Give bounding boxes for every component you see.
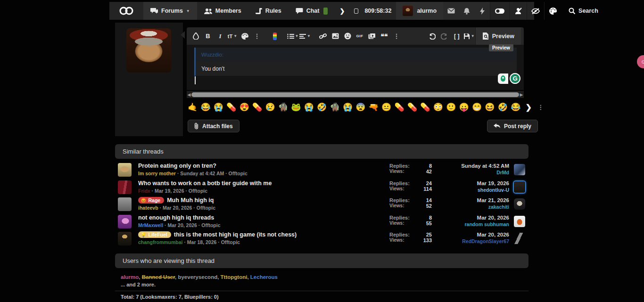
nav-user-menu[interactable]: alurmo xyxy=(396,2,443,20)
emoji-next-button[interactable]: ❯ xyxy=(526,103,532,112)
thread-title-link[interactable]: this is the most high iq game (its not c… xyxy=(174,231,297,238)
scroll-right-arrow[interactable]: ▶ xyxy=(519,92,524,97)
thread-author-avatar[interactable] xyxy=(118,232,132,245)
grammarly-suggestion-icon[interactable] xyxy=(498,73,508,84)
emoji-button[interactable]: 😭 xyxy=(343,103,353,111)
bold-button[interactable]: B xyxy=(202,30,214,43)
alerts-button[interactable] xyxy=(459,2,474,20)
insert-gif-button[interactable]: GIF xyxy=(354,30,366,43)
thread-author-avatar[interactable] xyxy=(118,163,132,177)
nav-item-members[interactable]: Members xyxy=(197,2,248,20)
emoji-button[interactable]: 😐 xyxy=(381,103,391,111)
scrollbar-track[interactable] xyxy=(191,92,519,97)
viewer-user-link[interactable]: alurmo xyxy=(121,274,139,280)
emoji-button[interactable]: 🤙 xyxy=(188,103,198,111)
emoji-button[interactable]: 🐸 xyxy=(291,103,301,111)
thread-title-link[interactable]: Who wants to work on a botb tier guide w… xyxy=(138,180,272,187)
last-post-user-avatar[interactable] xyxy=(514,181,525,193)
search-button[interactable]: Search xyxy=(561,2,605,20)
thread-author-avatar[interactable] xyxy=(118,180,132,194)
emoji-button[interactable]: 😳 xyxy=(433,103,443,111)
insert-smilie-button[interactable] xyxy=(341,30,354,43)
nav-item-rules[interactable]: Rules xyxy=(248,2,289,20)
emoji-button[interactable]: 😁 xyxy=(472,103,482,111)
viewer-user-link[interactable]: Lecherous xyxy=(250,274,278,280)
ignore-users-button[interactable] xyxy=(510,2,527,20)
viewer-user-link[interactable]: Tttopgtoni xyxy=(221,274,248,280)
rainbow-text-button[interactable] xyxy=(269,30,281,43)
floating-widget-button[interactable]: ☺ xyxy=(637,55,644,68)
quote-block[interactable]: Wuzzdio: You don't xyxy=(194,48,517,76)
more-insert-options-button[interactable]: ⋮ xyxy=(390,30,403,43)
thread-prefix-badge[interactable]: 😡Rage xyxy=(138,197,164,204)
thread-author-avatar[interactable] xyxy=(118,215,132,229)
thread-prefix-badge[interactable]: 💡LifeFuel xyxy=(138,231,171,238)
last-post-user-avatar[interactable] xyxy=(514,164,525,175)
insert-media-button[interactable] xyxy=(366,30,378,43)
emoji-button[interactable]: 💊 xyxy=(252,103,262,111)
last-post-user-link[interactable]: DrMd xyxy=(445,170,509,175)
thread-author-link[interactable]: Fridx xyxy=(138,188,150,194)
emoji-button[interactable]: 😨 xyxy=(355,103,365,111)
insert-quote-button[interactable]: ❝❝ xyxy=(378,30,390,43)
emoji-button[interactable]: 😛 xyxy=(459,103,469,111)
site-logo[interactable] xyxy=(109,2,143,20)
emoji-button[interactable]: 🧌 xyxy=(278,103,288,111)
thread-author-link[interactable]: changfrommumbai xyxy=(138,239,183,245)
emoji-button[interactable]: 🤣 xyxy=(317,103,327,111)
text-color-button[interactable] xyxy=(239,30,251,43)
more-format-options-button[interactable]: ⋮ xyxy=(251,30,263,43)
emoji-button[interactable]: 😭 xyxy=(304,103,314,111)
nav-expand-chevron[interactable]: ❯ xyxy=(335,2,349,20)
style-chooser-button[interactable] xyxy=(545,2,561,20)
scroll-left-arrow[interactable]: ◀ xyxy=(187,92,191,97)
emoji-button[interactable]: 🙂 xyxy=(446,103,456,111)
emoji-button[interactable]: 😂 xyxy=(200,103,210,111)
last-post-user-avatar[interactable] xyxy=(514,216,525,227)
emoji-button[interactable]: 💊 xyxy=(407,103,417,111)
nav-item-forums[interactable]: Forums ▼ xyxy=(143,2,197,20)
thread-title-link[interactable]: Protein eating only on tren? xyxy=(138,163,216,169)
last-post-user-link[interactable]: random subhuman xyxy=(445,221,509,227)
emoji-button[interactable]: 😢 xyxy=(265,103,275,111)
undo-button[interactable] xyxy=(426,30,438,43)
emoji-button[interactable]: 🤣 xyxy=(498,103,508,111)
hide-content-button[interactable] xyxy=(527,2,544,20)
last-post-user-avatar[interactable] xyxy=(514,198,525,210)
post-reply-button[interactable]: Post reply xyxy=(487,120,538,132)
font-size-button[interactable]: tT▼ xyxy=(226,30,239,43)
thread-title-link[interactable]: not enough high iq threads xyxy=(138,214,214,221)
remove-format-button[interactable] xyxy=(190,30,202,43)
last-post-user-avatar[interactable] xyxy=(514,233,525,244)
insert-image-button[interactable] xyxy=(329,30,341,43)
emoji-button[interactable]: 😍 xyxy=(239,103,249,111)
emoji-menu-button[interactable]: ⋮ xyxy=(537,104,544,111)
grammarly-widget[interactable]: G xyxy=(498,73,520,84)
emoji-button[interactable]: 💊 xyxy=(395,103,405,111)
scrollbar-thumb[interactable] xyxy=(191,92,519,97)
thread-forum-link[interactable]: Offtopic xyxy=(197,205,215,211)
drafts-button[interactable]: ▼ xyxy=(463,30,475,43)
thread-author-link[interactable]: MrMaxwell xyxy=(138,222,163,228)
emoji-button[interactable]: 😆 xyxy=(485,103,495,111)
last-post-user-link[interactable]: RedDragonSlayer67 xyxy=(445,238,509,244)
thread-author-link[interactable]: Im sorry mother xyxy=(138,171,176,176)
nav-item-chat[interactable]: Chat xyxy=(289,2,335,20)
thread-forum-link[interactable]: Offtopic xyxy=(201,222,220,228)
emoji-button[interactable]: 😭 xyxy=(214,103,223,111)
italic-button[interactable]: I xyxy=(214,30,226,43)
thread-forum-link[interactable]: Offtopic xyxy=(221,239,240,245)
thread-title-link[interactable]: Muh Muh high iq xyxy=(167,197,214,204)
reactions-button[interactable] xyxy=(474,2,490,20)
thread-author-link[interactable]: ihateevb xyxy=(138,205,158,211)
preview-button[interactable]: Preview xyxy=(475,27,521,45)
post-author-avatar[interactable] xyxy=(126,28,171,73)
emoji-button[interactable]: 💊 xyxy=(226,103,236,111)
redo-button[interactable] xyxy=(438,30,451,43)
thread-forum-link[interactable]: Offtopic xyxy=(189,188,207,194)
emoji-button[interactable]: 💊 xyxy=(420,103,430,111)
thread-author-avatar[interactable] xyxy=(118,197,132,211)
last-post-user-link[interactable]: shedontluv-U xyxy=(445,187,509,193)
dark-mode-toggle[interactable] xyxy=(490,2,509,20)
alignment-button[interactable]: ▼ xyxy=(299,30,311,43)
